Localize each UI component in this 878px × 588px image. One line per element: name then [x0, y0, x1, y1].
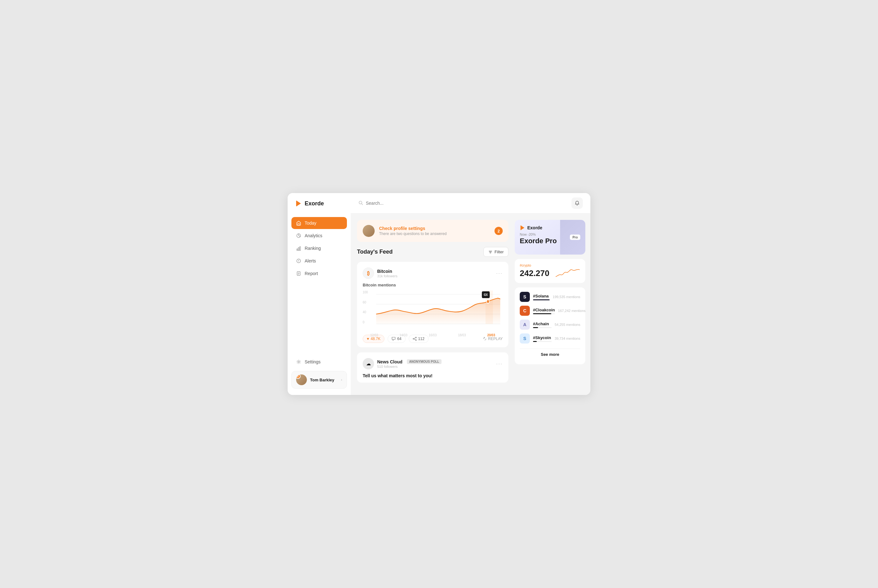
promo-logo-icon: [520, 225, 525, 231]
sidebar-item-report[interactable]: Report: [291, 267, 347, 279]
svg-rect-5: [298, 248, 299, 250]
trending-item-cloakcoin: C #Cloakcoin 167,242 mentions: [520, 306, 580, 316]
feed-header: Today's Feed Filter: [357, 247, 508, 257]
alerts-icon: [296, 258, 301, 264]
notification-button[interactable]: [571, 198, 583, 209]
crypto-mini-chart: [555, 268, 580, 279]
chart-y-labels: 100 60 40 0: [363, 291, 369, 324]
svg-point-30: [415, 340, 416, 340]
alert-desc: There are two questions to be answered: [379, 231, 490, 236]
profile-alert: Check profile settings There are two que…: [357, 220, 508, 242]
replay-label: REPLAY: [488, 337, 503, 341]
source-name: Bitcoin: [377, 269, 397, 274]
solana-info: #Solana: [533, 294, 550, 300]
source-info: Bitcoin 31k followers: [377, 269, 397, 278]
search-input[interactable]: [366, 201, 429, 206]
news-source: ☁ News Cloud ANONYMOUS POLL 510 follower…: [363, 358, 442, 369]
news-card-header: ☁ News Cloud ANONYMOUS POLL 510 follower…: [363, 358, 503, 369]
svg-point-14: [298, 361, 300, 363]
crypto-value: 242.270: [520, 268, 549, 278]
news-cloud-card: ☁ News Cloud ANONYMOUS POLL 510 follower…: [357, 352, 508, 382]
svg-text:61K: 61K: [484, 293, 488, 297]
alert-badge: 2: [494, 227, 503, 235]
trending-item-skycoin: S #Skycoin 39,734 mentions: [520, 333, 580, 344]
chart-container: 100 60 40 0: [363, 291, 503, 332]
heart-icon: ♥: [367, 337, 369, 341]
trending-item-solana: S #Solana 199,535 mentions: [520, 292, 580, 302]
card-label: Bitcoin mentions: [363, 283, 503, 287]
svg-line-32: [414, 339, 415, 340]
sidebar-item-ranking[interactable]: Ranking: [291, 242, 347, 254]
comments-count: 64: [397, 337, 401, 341]
search-icon: [358, 200, 363, 206]
promo-tag: Pro: [570, 235, 580, 240]
card-source: ₿ Bitcoin 31k followers: [363, 267, 397, 279]
sidebar-item-today[interactable]: Today: [291, 217, 347, 229]
user-name: Tom Barkley: [310, 378, 338, 382]
sidebar: Exorde Today: [288, 193, 351, 395]
solana-logo: S: [520, 292, 530, 302]
alert-title: Check profile settings: [379, 226, 490, 231]
news-info: News Cloud ANONYMOUS POLL 510 followers: [377, 359, 442, 369]
share-icon: [413, 337, 417, 340]
promo-card: Exorde Now -20% Exorde Pro Pro: [515, 220, 585, 255]
svg-point-9: [298, 261, 299, 262]
bitcoin-feed-card: ₿ Bitcoin 31k followers ··· Bitcoin ment…: [357, 262, 508, 347]
achain-bar-wrap: [533, 327, 551, 328]
sidebar-item-alerts[interactable]: Alerts: [291, 255, 347, 267]
svg-rect-4: [297, 249, 298, 250]
achain-count: 54,255 mentions: [555, 323, 580, 327]
sidebar-item-analytics[interactable]: Analytics: [291, 230, 347, 242]
crypto-stats-card: #crypto 242.270: [515, 259, 585, 283]
exorde-logo-icon: [295, 200, 302, 207]
trending-card: S #Solana 199,535 mentions C: [515, 287, 585, 364]
filter-button[interactable]: Filter: [484, 247, 508, 257]
comment-icon: [392, 337, 396, 340]
skycoin-count: 39,734 mentions: [555, 337, 580, 340]
see-more-button[interactable]: See more: [520, 349, 580, 360]
avatar: 2: [296, 375, 307, 385]
filter-icon: [488, 250, 493, 254]
news-menu-button[interactable]: ···: [496, 360, 503, 367]
news-name: News Cloud: [377, 359, 402, 364]
ranking-label: Ranking: [305, 246, 321, 251]
chart-x-labels: 12/03 14/03 16/03 18/03 20/03: [363, 333, 503, 337]
report-icon: [296, 271, 301, 276]
settings-icon: [296, 359, 301, 364]
likes-count: 48.7K: [370, 337, 381, 341]
promo-logo-text: Exorde: [527, 225, 542, 230]
sidebar-nav: Today Analytics: [288, 214, 351, 356]
svg-marker-33: [521, 225, 524, 230]
feed-title: Today's Feed: [357, 249, 393, 255]
settings-item[interactable]: Settings: [291, 356, 347, 368]
user-card[interactable]: 2 Tom Barkley ›: [291, 371, 347, 388]
cloakcoin-count: 167,242 mentions: [558, 309, 585, 313]
right-column: Exorde Now -20% Exorde Pro Pro #crypto 2…: [515, 213, 590, 395]
bar-icon: [296, 245, 301, 251]
svg-rect-34: [520, 225, 521, 230]
crypto-tag: #crypto: [520, 263, 580, 267]
cloakcoin-logo: C: [520, 306, 530, 316]
home-icon: [296, 220, 301, 226]
source-followers: 31k followers: [377, 274, 397, 278]
svg-line-16: [362, 204, 363, 205]
chevron-right-icon: ›: [341, 378, 342, 382]
today-label: Today: [305, 220, 316, 225]
content-area: Check profile settings There are two que…: [351, 213, 590, 395]
search-box: [358, 200, 429, 206]
solana-count: 199,535 mentions: [553, 295, 580, 299]
cloakcoin-name: #Cloakcoin: [533, 308, 555, 312]
card-menu-button[interactable]: ···: [496, 270, 503, 277]
skycoin-logo: S: [520, 333, 530, 344]
settings-label: Settings: [305, 359, 321, 364]
svg-point-25: [487, 300, 489, 303]
skycoin-name: #Skycoin: [533, 335, 551, 340]
shares-count: 112: [418, 337, 424, 341]
svg-rect-2: [298, 224, 300, 225]
replay-button[interactable]: REPLAY: [483, 337, 503, 341]
alert-text: Check profile settings There are two que…: [379, 226, 490, 236]
news-followers: 510 followers: [377, 364, 442, 369]
replay-icon: [483, 337, 487, 340]
trending-item-achain: A #Achain 54,255 mentions: [520, 320, 580, 330]
bitcoin-chart: 61K: [363, 291, 503, 332]
